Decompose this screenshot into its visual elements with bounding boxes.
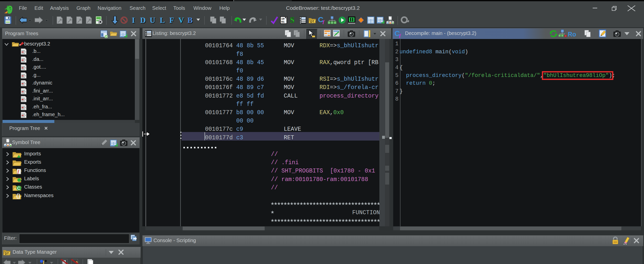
svg-text:DT: DT bbox=[310, 20, 314, 23]
svg-text:01: 01 bbox=[281, 20, 285, 23]
svg-text:S: S bbox=[290, 16, 295, 24]
svg-text:DT: DT bbox=[5, 252, 9, 255]
svg-text:10: 10 bbox=[281, 17, 285, 20]
svg-text:f: f bbox=[323, 19, 325, 24]
svg-text:C: C bbox=[17, 186, 20, 191]
svg-text:f: f bbox=[399, 33, 401, 38]
